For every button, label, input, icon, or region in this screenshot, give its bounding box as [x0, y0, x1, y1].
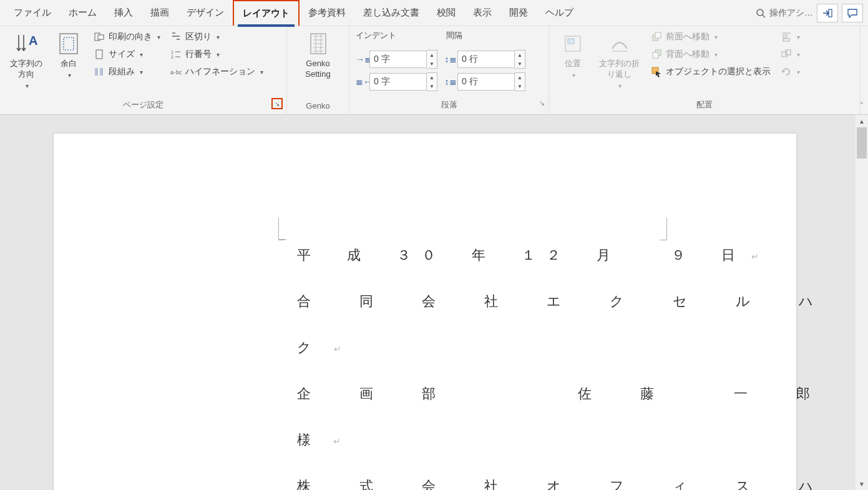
rotate-button[interactable]: ▾ — [778, 65, 802, 79]
bring-forward-button[interactable]: 前面へ移動 ▾ — [648, 30, 773, 44]
position-icon — [560, 31, 585, 56]
chevron-down-icon: ▾ — [68, 72, 71, 79]
doc-line: 合 同 会 社 エ ク セ ル ハ ッ — [297, 292, 734, 311]
orientation-button[interactable]: 印刷の向き ▾ — [91, 30, 163, 44]
page-setup-dialog-launcher[interactable]: ↘ — [271, 98, 283, 109]
vertical-scrollbar[interactable]: ▲ ▼ — [856, 115, 868, 490]
align-icon — [781, 31, 792, 42]
selection-pane-label: オブジェクトの選択と表示 — [666, 66, 771, 77]
chevron-down-icon: ▾ — [572, 72, 575, 79]
tab-references[interactable]: 参考資料 — [300, 1, 354, 25]
svg-text:2: 2 — [171, 55, 173, 59]
margins-icon — [56, 31, 81, 56]
hyphenation-label: ハイフネーション — [185, 66, 255, 77]
chevron-down-icon: ▾ — [26, 82, 29, 89]
position-label: 位置 — [565, 59, 581, 69]
doc-line: ク↵ — [297, 338, 734, 357]
spin-down[interactable]: ▼ — [427, 82, 437, 91]
group-genko: Genko Setting Genko — [287, 26, 349, 114]
scroll-down-button[interactable]: ▼ — [856, 478, 868, 490]
indent-left-icon: →≣ — [356, 54, 369, 64]
spin-down[interactable]: ▼ — [515, 82, 525, 91]
chevron-down-icon: ▾ — [618, 82, 622, 89]
spin-up[interactable]: ▲ — [515, 51, 525, 59]
tab-view[interactable]: 表示 — [464, 1, 500, 25]
spin-up[interactable]: ▲ — [427, 51, 437, 59]
selection-pane-button[interactable]: オブジェクトの選択と表示 — [648, 65, 773, 79]
comments-button[interactable] — [842, 4, 863, 22]
wrap-text-button[interactable]: 文字列の折 り返し ▾ — [595, 30, 643, 91]
svg-rect-37 — [783, 39, 789, 41]
group-page-setup: A 文字列の 方向 ▾ 余白 ▾ 印刷の向き ▾ — [0, 26, 287, 114]
spin-down[interactable]: ▼ — [427, 59, 437, 68]
search-icon — [756, 8, 766, 18]
tell-me-search[interactable]: 操作アシ… — [756, 7, 813, 19]
text-direction-label: 文字列の 方向 — [10, 59, 42, 80]
share-icon — [822, 8, 833, 18]
scroll-thumb[interactable] — [857, 127, 867, 159]
svg-text:A: A — [29, 34, 37, 47]
tab-draw[interactable]: 描画 — [142, 1, 178, 25]
line-numbers-button[interactable]: 12 行番号 ▾ — [168, 47, 266, 61]
svg-rect-33 — [653, 52, 658, 58]
group-label-genko: Genko — [287, 99, 349, 114]
spin-up[interactable]: ▲ — [427, 73, 437, 82]
margins-label: 余白 — [61, 59, 77, 69]
columns-button[interactable]: 段組み ▾ — [91, 65, 163, 79]
group-icon — [781, 49, 792, 60]
scroll-track[interactable] — [856, 127, 868, 478]
size-icon — [94, 49, 105, 60]
group-label-paragraph: 段落 ↘ — [349, 97, 549, 114]
wrap-text-label: 文字列の折 り返し — [599, 59, 640, 80]
indent-right-icon: ≣← — [356, 77, 369, 87]
tab-design[interactable]: デザイン — [178, 1, 233, 25]
margin-marker-right — [666, 218, 667, 240]
document-area: 平 成 ３０ 年 １２ 月 ９ 日↵ 合 同 会 社 エ ク セ ル ハ ッ ク… — [0, 115, 868, 490]
margins-button[interactable]: 余白 ▾ — [51, 30, 86, 80]
tab-file[interactable]: ファイル — [5, 1, 60, 25]
position-button[interactable]: 位置 ▾ — [555, 30, 590, 80]
genko-label: Genko Setting — [305, 59, 330, 80]
svg-rect-11 — [95, 68, 98, 76]
genko-setting-button[interactable]: Genko Setting — [301, 30, 336, 81]
space-before-input[interactable] — [457, 51, 515, 68]
tab-review[interactable]: 校閲 — [428, 1, 464, 25]
chevron-down-icon: ▾ — [140, 51, 143, 58]
launcher-icon: ↘ — [275, 100, 280, 107]
send-backward-button[interactable]: 背面へ移動 ▾ — [648, 47, 773, 61]
chevron-down-icon: ▾ — [714, 51, 718, 58]
document-page[interactable]: 平 成 ３０ 年 １２ 月 ９ 日↵ 合 同 会 社 エ ク セ ル ハ ッ ク… — [54, 134, 796, 490]
svg-point-0 — [757, 9, 763, 16]
spin-up[interactable]: ▲ — [515, 73, 525, 82]
tab-help[interactable]: ヘルプ — [537, 1, 582, 25]
tab-insert[interactable]: 挿入 — [105, 1, 142, 25]
indent-left-input[interactable] — [369, 51, 427, 68]
paragraph-dialog-launcher[interactable]: ↘ — [539, 99, 545, 107]
space-before-icon: ↕≣ — [444, 54, 457, 64]
tab-developer[interactable]: 開発 — [500, 1, 537, 25]
indent-right-input[interactable] — [369, 73, 427, 91]
paragraph-mark-icon: ↵ — [333, 436, 358, 446]
tab-mailings[interactable]: 差し込み文書 — [354, 1, 428, 25]
text-direction-button[interactable]: A 文字列の 方向 ▾ — [6, 30, 46, 91]
share-button[interactable] — [817, 4, 838, 22]
scroll-up-button[interactable]: ▲ — [856, 115, 868, 127]
svg-rect-6 — [60, 34, 77, 54]
chevron-down-icon: ▾ — [260, 69, 263, 76]
breaks-button[interactable]: 区切り ▾ — [168, 30, 266, 44]
doc-line: 株 式 会 社 オ フ ィ ス ハ ッ — [297, 477, 734, 490]
breaks-icon — [170, 31, 182, 42]
size-button[interactable]: サイズ ▾ — [91, 47, 163, 61]
tab-layout[interactable]: レイアウト — [233, 0, 300, 26]
tell-me-label: 操作アシ… — [769, 7, 813, 19]
orientation-icon — [94, 31, 105, 42]
space-after-input[interactable] — [457, 73, 515, 91]
group-paragraph: インデント 間隔 →≣ ▲▼ ↕≣ ▲▼ — [349, 26, 549, 114]
spin-down[interactable]: ▼ — [515, 59, 525, 68]
hyphenation-button[interactable]: a-bc ハイフネーション ▾ — [168, 65, 266, 79]
collapse-ribbon-button[interactable]: ˆ — [861, 102, 868, 114]
group-objects-button[interactable]: ▾ — [778, 47, 802, 61]
svg-rect-10 — [96, 50, 102, 59]
tab-home[interactable]: ホーム — [60, 1, 105, 25]
align-button[interactable]: ▾ — [778, 30, 802, 44]
